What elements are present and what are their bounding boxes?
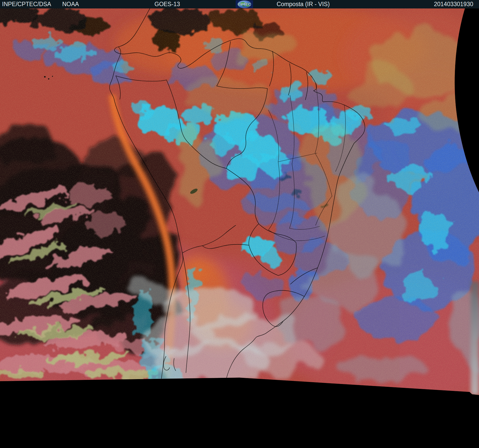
globe-icon: CPTEC [236, 0, 253, 8]
satellite-composite-map [0, 0, 479, 448]
speckle-noise-dark [0, 8, 479, 395]
product-label: Composta (IR - VIS) [277, 0, 330, 8]
satellite-image-area [0, 0, 479, 448]
timestamp-label: 201403301930 [434, 0, 473, 8]
satellite-label: GOES-13 [154, 0, 180, 8]
header-bar: INPE/CPTEC/DSA NOAA GOES-13 CPTEC Compos… [0, 0, 479, 8]
logo-text: CPTEC [238, 2, 251, 6]
cptec-logo: CPTEC [236, 0, 253, 8]
right-edge-gray-strip [471, 282, 479, 395]
noaa-label: NOAA [62, 0, 79, 8]
agency-label: INPE/CPTEC/DSA [2, 0, 51, 8]
